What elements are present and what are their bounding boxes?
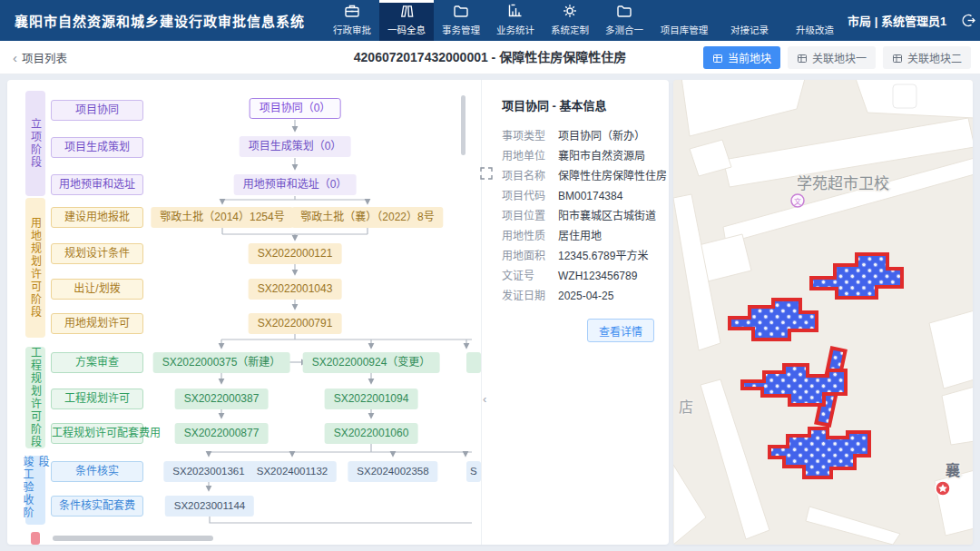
stage-tab-land-planning-permit: 用地规划许可阶段 (25, 198, 45, 338)
nav-label: 业务统计 (496, 23, 534, 36)
sub-header: ‹ 项目列表 4206072017432000001 - 保障性住房保障性住房 … (0, 41, 980, 74)
parcel-icon (892, 53, 903, 64)
field-value: 居住用地 (558, 226, 602, 246)
flow-node-sx2022000791[interactable]: SX2022000791 (249, 313, 342, 334)
button-label: 当前地块 (728, 50, 771, 65)
stage-tab-project-initiation: 立项阶段 (25, 91, 45, 196)
nav-item-system-custom[interactable]: 系统定制 (543, 0, 597, 41)
flow-node-sx2022000121[interactable]: SX2022000121 (249, 243, 342, 264)
stage-item-transfer[interactable]: 出让/划拨 (51, 279, 143, 300)
nav-item-admin-approval[interactable]: 行政审批 (325, 0, 379, 41)
stage-tab-completion-acceptance: 竣工验收阶段 (25, 456, 45, 525)
flow-node-sx2022001094[interactable]: SX2022001094 (325, 389, 418, 409)
field-value: 12345.6789平方米 (558, 246, 648, 266)
svg-text:文: 文 (794, 197, 801, 206)
flow-node-sx2022001060[interactable]: SX2022001060 (325, 423, 418, 444)
nav-label: 行政审批 (333, 23, 371, 36)
briefcase-icon (343, 2, 361, 20)
vertical-scrollbar[interactable] (461, 95, 466, 155)
field-label: 发证日期 (502, 286, 558, 306)
flow-node-sx2024001132[interactable]: SX2024001132 (248, 461, 337, 482)
nav-item-upgrade[interactable]: 升级改造 (782, 0, 848, 41)
flow-node-sx2024002358[interactable]: SX2024002358 (348, 461, 437, 482)
nav-item-multi-survey[interactable]: 多测合一 (597, 0, 652, 41)
expand-icon[interactable] (480, 167, 493, 180)
stage-item-project-collab[interactable]: 项目协同 (51, 100, 143, 121)
stage-item-land-approval[interactable]: 建设用地报批 (51, 207, 143, 228)
info-row: 发证日期 2025-04-25 (502, 286, 656, 306)
folder-icon (452, 2, 470, 20)
info-row: 项目代码 BM00174384 (502, 186, 656, 206)
field-label: 用地面积 (502, 246, 558, 266)
nav-item-project-library[interactable]: 项目库管理 (652, 0, 717, 41)
linked-parcel-1-button[interactable]: 关联地块一 (788, 46, 876, 69)
stage-item-eng-permit[interactable]: 工程规划许可 (51, 389, 143, 409)
flow-node-sx2022000877[interactable]: SX2022000877 (175, 423, 269, 444)
info-row: 用地性质 居住用地 (502, 226, 656, 246)
workflow-panel: 立项阶段 用地规划许可阶段 工程规划许可阶段 竣工验收阶段 项目协同 项目生成策… (7, 80, 669, 545)
logout-icon[interactable] (961, 13, 976, 28)
current-user: 市局 | 系统管理员1 (848, 12, 946, 29)
nav-label: 对接记录 (730, 23, 769, 36)
stage-item-project-plan[interactable]: 项目生成策划 (51, 137, 143, 158)
top-navbar: 襄阳市自然资源和城乡建设行政审批信息系统 行政审批 一码全息 事务管理 业务统计 (0, 0, 980, 41)
bar-chart-icon (506, 2, 524, 20)
stage-tab-next-partial (31, 532, 40, 545)
gear-icon (561, 2, 579, 20)
map-panel[interactable]: 学苑超市卫校 文 店 襄 (673, 80, 973, 545)
main-menu: 行政审批 一码全息 事务管理 业务统计 系统定制 (325, 0, 848, 41)
flow-node-partial-blue[interactable]: S (466, 461, 481, 482)
info-row: 文证号 WZH123456789 (502, 266, 656, 286)
flow-node-sx2022000387[interactable]: SX2022000387 (175, 389, 269, 409)
horizontal-scrollbar[interactable] (53, 536, 213, 541)
stage-item-condition-check-fee[interactable]: 条件核实配套费 (51, 496, 143, 517)
stage-item-site-selection[interactable]: 用地预审和选址 (51, 174, 143, 195)
linked-parcel-2-button[interactable]: 关联地块二 (883, 46, 971, 69)
stage-item-eng-permit-fee[interactable]: 工程规划许可配套费用 (51, 423, 143, 444)
nav-label: 事务管理 (442, 23, 480, 36)
view-details-button[interactable]: 查看详情 (587, 319, 654, 342)
flow-node-sx2022001043[interactable]: SX2022001043 (249, 279, 342, 300)
field-label: 用地性质 (502, 226, 558, 246)
stage-item-condition-check[interactable]: 条件核实 (51, 461, 143, 482)
nav-item-statistics[interactable]: 业务统计 (488, 0, 543, 41)
flow-node-sx2023001144[interactable]: SX2023001144 (165, 496, 254, 517)
poi-star-marker (936, 481, 950, 496)
field-label: 用地单位 (502, 146, 558, 166)
field-value: BM00174384 (558, 186, 622, 206)
info-panel-title: 项目协同 - 基本信息 (502, 96, 656, 113)
flow-node-root[interactable]: 项目协同（0） (250, 98, 341, 119)
app-title: 襄阳市自然资源和城乡建设行政审批信息系统 (0, 11, 319, 30)
breadcrumb-label: 项目列表 (22, 49, 67, 66)
flow-node-partial-green[interactable] (466, 352, 481, 373)
school-marker-icon: 文 (791, 194, 804, 207)
nav-item-affairs[interactable]: 事务管理 (434, 0, 488, 41)
breadcrumb-back[interactable]: ‹ 项目列表 (13, 41, 67, 74)
nav-item-one-code[interactable]: 一码全息 (379, 0, 434, 41)
flow-node-sx2023001361[interactable]: SX2023001361 (163, 461, 253, 482)
stage-item-scheme-review[interactable]: 方案审查 (51, 352, 143, 373)
info-row: 项目名称 保障性住房保障性住房 (502, 166, 656, 186)
field-value: 保障性住房保障性住房 (558, 166, 667, 186)
stage-item-design-conditions[interactable]: 规划设计条件 (51, 243, 143, 264)
flow-node-sx2022000924[interactable]: SX2022000924（变更） (303, 352, 440, 373)
field-label: 事项类型 (502, 126, 558, 146)
nav-label: 项目库管理 (661, 23, 709, 36)
flow-node-sx2022000375[interactable]: SX2022000375（新建） (153, 352, 290, 373)
flow-node-plan[interactable]: 项目生成策划（0） (240, 136, 351, 157)
chevron-left-icon: ‹ (13, 51, 17, 64)
info-row: 用地面积 12345.6789平方米 (502, 246, 656, 266)
flow-node-approval-2014[interactable]: 鄂政土批（2014）1254号 (151, 207, 293, 228)
current-parcel-button[interactable]: 当前地块 (703, 46, 780, 69)
map-control-button[interactable] (893, 84, 916, 108)
stage-item-land-permit[interactable]: 用地规划许可 (51, 313, 143, 334)
field-label: 项目代码 (502, 186, 558, 206)
nav-label: 多测合一 (605, 23, 643, 36)
holo-docs-icon (397, 3, 416, 20)
collapse-chevron-icon[interactable]: ‹ (483, 392, 486, 406)
map-poi-label: 学苑超市卫校 (797, 175, 889, 192)
flow-node-approval-2022[interactable]: 鄂政土批（襄）（2022）8号 (291, 207, 443, 228)
map-canvas[interactable]: 学苑超市卫校 文 店 襄 (673, 80, 973, 545)
nav-item-connection-log[interactable]: 对接记录 (717, 0, 782, 41)
flow-node-site[interactable]: 用地预审和选址（0） (234, 174, 357, 195)
